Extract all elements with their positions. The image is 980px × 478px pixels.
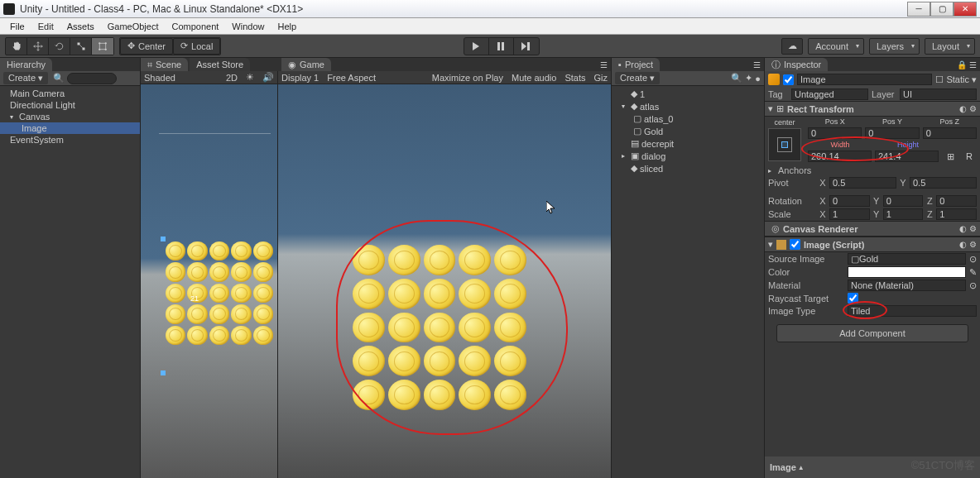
hierarchy-tab[interactable]: Hierarchy	[0, 58, 52, 71]
play-button[interactable]	[464, 38, 489, 55]
scale-y[interactable]: 1	[883, 208, 924, 220]
expand-icon[interactable]: ▸	[768, 167, 775, 174]
hierarchy-item[interactable]: Main Camera	[0, 88, 140, 99]
scale-x[interactable]: 1	[829, 208, 870, 220]
layers-dropdown[interactable]: Layers	[869, 38, 920, 55]
component-enabled[interactable]	[790, 239, 800, 250]
menu-assets[interactable]: Assets	[60, 22, 101, 31]
selection-handle[interactable]	[161, 370, 166, 375]
game-view[interactable]: Display 1 Free Aspect Maximize on Play M…	[278, 71, 611, 478]
pivot-local[interactable]: ⟳Local	[173, 38, 220, 55]
blueprint-toggle[interactable]: ⊞	[942, 151, 958, 162]
menu-edit[interactable]: Edit	[31, 22, 60, 31]
scale-z[interactable]: 1	[936, 208, 977, 220]
material-field[interactable]: None (Material)	[848, 280, 966, 291]
audio-toggle[interactable]: 🔊	[262, 72, 274, 83]
gizmos-toggle[interactable]: Giz	[594, 73, 608, 83]
hand-tool[interactable]	[6, 38, 27, 55]
cloud-button[interactable]: ☁	[781, 38, 803, 55]
hierarchy-create[interactable]: Create ▾	[3, 72, 48, 84]
project-item[interactable]: ▾◆ atlas	[612, 100, 764, 112]
project-create[interactable]: Create ▾	[615, 72, 660, 84]
shaded-dropdown[interactable]: Shaded	[144, 73, 175, 83]
panel-menu-icon[interactable]: ☰	[753, 60, 761, 69]
selection-handle[interactable]	[161, 237, 166, 241]
active-checkbox[interactable]	[783, 74, 794, 85]
assetstore-tab[interactable]: Asset Store	[190, 58, 250, 71]
image-type-dropdown[interactable]: Tiled	[848, 305, 977, 317]
rotate-tool[interactable]	[49, 38, 70, 55]
menu-help[interactable]: Help	[271, 22, 303, 31]
mute-toggle[interactable]: Mute audio	[512, 73, 556, 83]
collapse-icon[interactable]: ▾	[768, 239, 773, 250]
project-item[interactable]: ▤ decrepit	[612, 137, 764, 150]
lock-icon[interactable]: 🔒 ☰	[957, 60, 977, 69]
rot-z[interactable]: 0	[936, 195, 977, 207]
rect-tool[interactable]	[92, 38, 113, 55]
rect-transform-header[interactable]: ▾⊞ Rect Transform ◐ ⚙	[765, 101, 980, 117]
hierarchy-item[interactable]: ▾Canvas	[0, 111, 140, 122]
eyedropper-icon[interactable]: ✎	[969, 267, 977, 278]
pivot-y[interactable]: 0.5	[910, 177, 977, 189]
color-field[interactable]	[848, 266, 966, 278]
expand-icon[interactable]: ▾	[10, 113, 17, 121]
component-menu-icon[interactable]: ◐ ⚙	[959, 104, 977, 113]
hierarchy-item[interactable]: Directional Light	[0, 99, 140, 111]
pivot-x[interactable]: 0.5	[829, 177, 896, 189]
height-field[interactable]: 241.4	[875, 151, 939, 162]
tag-dropdown[interactable]: Untagged	[791, 88, 868, 100]
hierarchy-item-selected[interactable]: Image	[0, 122, 140, 134]
object-name-field[interactable]: Image	[797, 74, 932, 85]
posz-field[interactable]: 0	[923, 127, 977, 139]
raw-toggle[interactable]: R	[962, 151, 977, 161]
collapse-icon[interactable]: ▾	[768, 103, 773, 114]
pause-button[interactable]	[489, 38, 514, 55]
component-menu-icon[interactable]: ◐ ⚙	[959, 224, 977, 233]
scene-tab[interactable]: ⌗Scene	[141, 58, 188, 71]
panel-menu-icon[interactable]: ☰	[600, 60, 608, 69]
posy-field[interactable]: 0	[865, 127, 919, 139]
object-picker-icon[interactable]: ⊙	[969, 254, 977, 265]
width-field[interactable]: 260.14	[808, 151, 872, 162]
hierarchy-search[interactable]	[67, 73, 117, 84]
menu-file[interactable]: File	[3, 22, 31, 31]
posx-field[interactable]: 0	[808, 127, 862, 139]
project-item[interactable]: ▢ Gold	[612, 125, 764, 137]
inspector-tab[interactable]: ⓘInspector	[765, 58, 828, 71]
raycast-checkbox[interactable]	[848, 293, 858, 304]
project-item[interactable]: ◆ sliced	[612, 162, 764, 174]
stats-toggle[interactable]: Stats	[564, 73, 585, 83]
maximize-toggle[interactable]: Maximize on Play	[432, 73, 503, 83]
object-picker-icon[interactable]: ⊙	[969, 280, 977, 291]
source-image-field[interactable]: ▢Gold	[848, 253, 966, 265]
pivot-center[interactable]: ✥Center	[120, 38, 173, 55]
image-script-header[interactable]: ▾Image (Script)◐ ⚙	[765, 237, 980, 252]
mode-2d[interactable]: 2D	[226, 73, 238, 83]
project-tab[interactable]: ▪Project	[612, 58, 660, 71]
menu-window[interactable]: Window	[225, 22, 271, 31]
move-tool[interactable]	[27, 38, 49, 55]
filter-icon[interactable]: ✦	[745, 73, 752, 84]
display-dropdown[interactable]: Display 1	[281, 73, 319, 83]
scene-view[interactable]: Shaded 2D ☀ 🔊 21	[141, 71, 278, 478]
expand-icon[interactable]: ▾	[622, 103, 628, 110]
layout-dropdown[interactable]: Layout	[925, 38, 975, 55]
viewport[interactable]: Shaded 2D ☀ 🔊 21	[141, 71, 611, 478]
close-button[interactable]: ✕	[954, 2, 977, 17]
rot-x[interactable]: 0	[829, 195, 870, 207]
project-item[interactable]: ◆ 1	[612, 88, 764, 100]
account-dropdown[interactable]: Account	[808, 38, 864, 55]
rot-y[interactable]: 0	[883, 195, 924, 207]
project-item[interactable]: ▸▣ dialog	[612, 150, 764, 162]
scale-tool[interactable]	[70, 38, 92, 55]
project-item[interactable]: ▢ atlas_0	[612, 112, 764, 125]
game-tab[interactable]: ◉Game	[281, 58, 331, 71]
expand-icon[interactable]: ▸	[622, 152, 628, 160]
aspect-dropdown[interactable]: Free Aspect	[327, 73, 376, 83]
layer-dropdown[interactable]: UI	[900, 88, 977, 100]
component-menu-icon[interactable]: ◐ ⚙	[959, 240, 977, 249]
add-component-button[interactable]: Add Component	[776, 324, 968, 342]
menu-component[interactable]: Component	[165, 22, 225, 31]
static-toggle[interactable]: ☐ Static ▾	[935, 74, 977, 85]
light-toggle[interactable]: ☀	[246, 72, 254, 83]
